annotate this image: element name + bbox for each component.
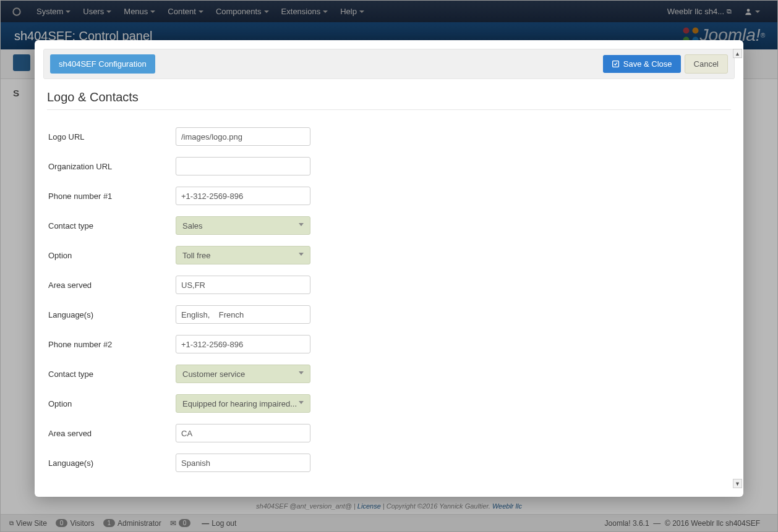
select-value: Customer service — [182, 369, 245, 379]
field-label: Contact type — [47, 369, 176, 379]
field-label: Option — [47, 399, 176, 408]
field-label: Organization URL — [47, 162, 176, 171]
field-label: Contact type — [47, 221, 176, 230]
form-row: Area served — [47, 424, 731, 442]
select-dropdown[interactable]: Sales — [176, 216, 310, 235]
text-input[interactable] — [176, 335, 310, 353]
form-row: Contact typeSales — [47, 216, 731, 235]
form-row: Contact typeCustomer service — [47, 365, 731, 383]
field-label: Language(s) — [47, 458, 176, 468]
field-label: Area served — [47, 281, 176, 290]
select-dropdown[interactable]: Toll free — [176, 246, 310, 264]
select-dropdown[interactable]: Customer service — [176, 365, 310, 383]
field-label: Language(s) — [47, 310, 176, 319]
field-label: Phone number #1 — [47, 192, 176, 201]
form-row: Phone number #1 — [47, 187, 731, 205]
chevron-down-icon — [299, 223, 304, 226]
scroll-down-icon[interactable]: ▼ — [733, 479, 742, 488]
text-input[interactable] — [176, 454, 310, 472]
field-label: Logo URL — [47, 132, 176, 141]
save-close-button[interactable]: Save & Close — [603, 55, 681, 73]
field-label: Area served — [47, 429, 176, 438]
form-row: Organization URL — [47, 157, 731, 175]
text-input[interactable] — [176, 305, 310, 324]
text-input[interactable] — [176, 187, 310, 205]
modal-toolbar: sh404SEF Configuration Save & Close Canc… — [43, 49, 735, 79]
form-row: OptionEquipped for hearing impaired... — [47, 394, 731, 413]
chevron-down-icon — [299, 371, 304, 374]
text-input[interactable] — [176, 276, 310, 294]
chevron-down-icon — [299, 253, 304, 256]
field-label: Phone number #2 — [47, 340, 176, 349]
select-dropdown[interactable]: Equipped for hearing impaired... — [176, 394, 310, 413]
edit-icon — [612, 60, 620, 68]
config-title-button[interactable]: sh404SEF Configuration — [50, 54, 155, 74]
chevron-down-icon — [299, 401, 304, 404]
form-row: Phone number #2 — [47, 335, 731, 353]
section-title: Logo & Contacts — [47, 90, 731, 110]
select-value: Equipped for hearing impaired... — [182, 399, 297, 408]
text-input[interactable] — [176, 157, 310, 175]
field-label: Option — [47, 251, 176, 260]
select-value: Sales — [182, 221, 203, 230]
form-row: Language(s) — [47, 305, 731, 324]
form-row: OptionToll free — [47, 246, 731, 264]
text-input[interactable] — [176, 424, 310, 442]
configuration-modal: × ▲ ▼ sh404SEF Configuration Save & Clos… — [35, 40, 743, 497]
form-row: Logo URL — [47, 127, 731, 146]
form-row: Area served — [47, 276, 731, 294]
select-value: Toll free — [182, 251, 211, 260]
text-input[interactable] — [176, 127, 310, 146]
cancel-button[interactable]: Cancel — [685, 54, 728, 74]
form-row: Language(s) — [47, 454, 731, 472]
scroll-up-icon[interactable]: ▲ — [733, 49, 742, 58]
